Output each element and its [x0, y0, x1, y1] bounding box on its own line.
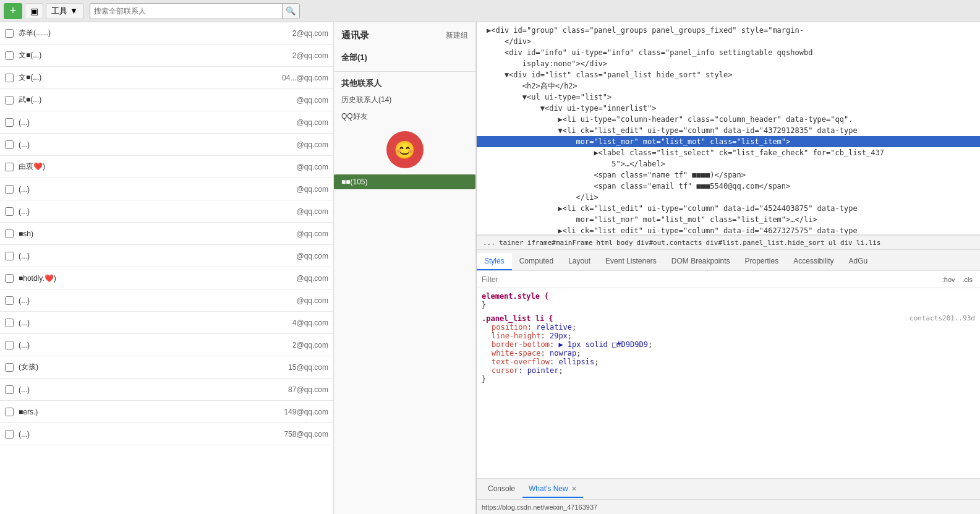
contact-checkbox[interactable] [5, 29, 14, 38]
styles-filter-input[interactable] [482, 275, 937, 284]
contact-item[interactable]: (...) @qq.com [0, 111, 333, 134]
devtools-tab-dom-breakpoints[interactable]: DOM Breakpoints [664, 253, 738, 270]
contact-item[interactable]: 文■(...) 04...@qq.com [0, 67, 333, 89]
contact-checkbox[interactable] [5, 319, 14, 327]
dom-line[interactable]: <span class="name tf" ■■■■)</span> [477, 169, 980, 181]
style-source[interactable]: contacts201..93d [910, 314, 975, 322]
contact-checkbox[interactable] [5, 207, 14, 216]
dom-line[interactable]: ▶<div id="group" class="panel_groups pan… [477, 25, 980, 36]
contact-checkbox[interactable] [5, 229, 14, 238]
contact-item[interactable]: (...) 87@qq.com [0, 379, 333, 401]
contact-item[interactable]: 由衷❤️) @qq.com [0, 156, 333, 178]
contact-item[interactable]: ■hotdly.❤️) @qq.com [0, 267, 333, 289]
contact-item[interactable]: (...) @qq.com [0, 178, 333, 200]
dom-line[interactable]: 5">…</label> [477, 158, 980, 169]
add-button[interactable]: + [4, 3, 22, 19]
contact-item[interactable]: (...) @qq.com [0, 200, 333, 223]
ab-history-contacts[interactable]: 历史联系人(14) [334, 92, 475, 108]
contact-checkbox[interactable] [5, 341, 14, 349]
search-button[interactable]: 🔍 [282, 4, 299, 19]
dom-line[interactable]: ▶<li ck="list_edit" ui-type="column" dat… [477, 225, 980, 235]
bottom-tab-console[interactable]: Console [482, 481, 521, 498]
contact-item[interactable]: 文■(...) 2@qq.com [0, 45, 333, 67]
breadcrumb-item[interactable]: html [595, 239, 615, 247]
contact-checkbox[interactable] [5, 51, 14, 60]
devtools-tab-accessibility[interactable]: Accessibility [786, 253, 841, 270]
contact-item[interactable]: (...) @qq.com [0, 289, 333, 312]
dom-line[interactable]: <div id="info" ui-type="info" class="pan… [477, 47, 980, 58]
devtools-tab-layout[interactable]: Layout [561, 253, 598, 270]
ab-selected-group[interactable]: ■■(105) [334, 174, 475, 189]
ab-qq-friends[interactable]: QQ好友 [334, 108, 475, 125]
contact-checkbox[interactable] [5, 296, 14, 305]
devtools-tab-properties[interactable]: Properties [738, 253, 786, 270]
dom-line[interactable]: ▶<li ui-type="column-header" class="colu… [477, 114, 980, 125]
dom-line[interactable]: </li> [477, 192, 980, 203]
contact-checkbox[interactable] [5, 140, 14, 149]
search-input[interactable] [90, 7, 282, 15]
contact-item[interactable]: (...) 4@qq.com [0, 312, 333, 334]
contact-checkbox[interactable] [5, 163, 14, 171]
dom-line[interactable]: ▶<label class="list_select" ck="list_fak… [477, 147, 980, 158]
breadcrumb-item[interactable]: div#out.contacts [636, 239, 704, 247]
contact-name: 由衷❤️) [19, 161, 291, 172]
ab-new-group-button[interactable]: 新建组 [446, 30, 468, 41]
breadcrumb-item[interactable]: div#list.panel_list.hide_sort [705, 239, 826, 247]
bottom-tab-what's-new[interactable]: What's New ✕ [522, 481, 583, 498]
dom-line[interactable]: <h2>高中</h2> [477, 80, 980, 92]
style-value: ellipsis [558, 358, 594, 366]
dom-line[interactable]: ▼<li ck="list_edit" ui-type="column" dat… [477, 125, 980, 136]
devtools-dom[interactable]: ▶<div id="group" class="panel_groups pan… [477, 22, 980, 235]
breadcrumb-item[interactable]: div [839, 239, 854, 247]
contact-item[interactable]: ■sh) @qq.com [0, 223, 333, 245]
contact-item[interactable]: (...) @qq.com [0, 245, 333, 267]
contact-checkbox[interactable] [5, 385, 14, 394]
dom-line[interactable]: ▼<div id="list" class="panel_list hide_s… [477, 69, 980, 80]
dom-line[interactable]: ▼<ul ui-type="list"> [477, 92, 980, 103]
dom-line[interactable]: <span class="email tf" ■■■5540@qq.com</s… [477, 181, 980, 192]
contact-checkbox[interactable] [5, 96, 14, 105]
devtools-tab-adgu[interactable]: AdGu [842, 253, 876, 270]
dom-line[interactable]: mor="list_mor" mot="list_mot" class="lis… [477, 214, 980, 225]
hov-button[interactable]: :hov [940, 275, 958, 285]
contact-checkbox[interactable] [5, 430, 14, 439]
ab-all-link[interactable]: 全部(1) [341, 49, 468, 66]
dom-line[interactable]: ▶<li ck="list_edit" ui-type="column" dat… [477, 203, 980, 214]
breadcrumb-item[interactable]: ... [482, 239, 496, 247]
contact-checkbox[interactable] [5, 74, 14, 82]
contact-name: (...) [19, 118, 291, 127]
breadcrumb-item[interactable]: ul [827, 239, 838, 247]
contact-item[interactable]: 赤羊(......) 2@qq.com [0, 22, 333, 45]
contact-item[interactable]: 武■(...) @qq.com [0, 89, 333, 111]
breadcrumb-item[interactable]: li.lis [855, 239, 882, 247]
dom-line[interactable]: mor="list_mor" mot="list_mot" class="lis… [477, 136, 980, 147]
dom-line[interactable]: isplay:none"></div> [477, 58, 980, 69]
breadcrumb-item[interactable]: body [615, 239, 634, 247]
breadcrumb-item[interactable]: iframe#mainFrame [526, 239, 594, 247]
devtools-tab-styles[interactable]: Styles [477, 253, 512, 270]
contact-checkbox[interactable] [5, 118, 14, 127]
dom-line[interactable]: </div> [477, 36, 980, 47]
contact-checkbox[interactable] [5, 185, 14, 194]
breadcrumb-item[interactable]: tainer [498, 239, 525, 247]
contact-item[interactable]: (...) @qq.com [0, 134, 333, 156]
style-property: line-height [492, 332, 540, 340]
contact-item[interactable]: (...) 2@qq.com [0, 334, 333, 356]
devtools-tab-event-listeners[interactable]: Event Listeners [598, 253, 664, 270]
contact-item[interactable]: (...) 758@qq.com [0, 423, 333, 445]
cls-button[interactable]: .cls [960, 275, 976, 285]
dom-line[interactable]: ▼<div ui-type="innerlist"> [477, 103, 980, 114]
card-view-button[interactable]: ▣ [25, 3, 43, 19]
contact-checkbox[interactable] [5, 408, 14, 416]
tab-close-button[interactable]: ✕ [571, 485, 577, 492]
tools-button[interactable]: 工具 ▼ [46, 3, 83, 19]
contact-name: (...) [19, 430, 279, 439]
contact-item[interactable]: ■ers.) 149@qq.com [0, 401, 333, 423]
ab-avatar-area: 😊 [334, 131, 475, 168]
contact-checkbox[interactable] [5, 252, 14, 260]
devtools-tab-computed[interactable]: Computed [512, 253, 561, 270]
contact-name: (...) [19, 185, 291, 194]
contact-checkbox[interactable] [5, 363, 14, 372]
contact-checkbox[interactable] [5, 274, 14, 283]
contact-item[interactable]: (女孩) 15@qq.com [0, 356, 333, 379]
